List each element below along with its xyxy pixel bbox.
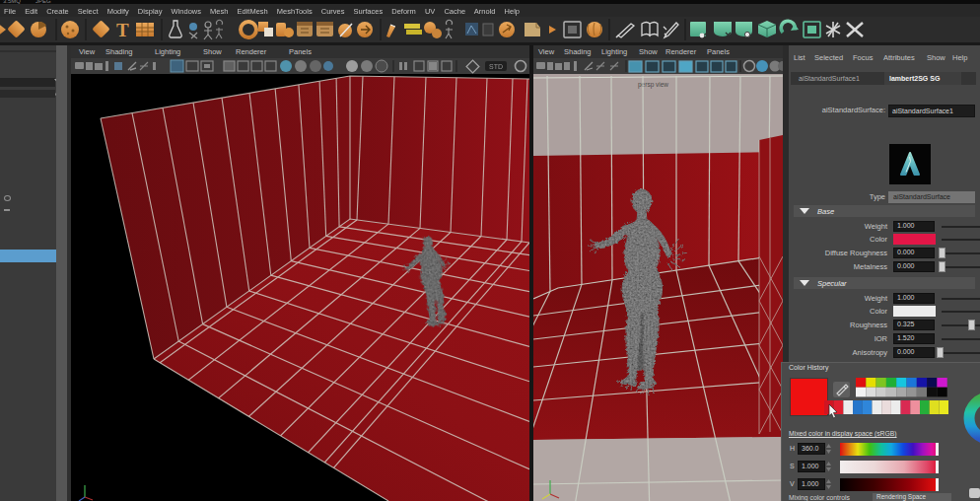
svg-text:T: T bbox=[116, 20, 129, 40]
svg-text:STD: STD bbox=[489, 63, 503, 70]
